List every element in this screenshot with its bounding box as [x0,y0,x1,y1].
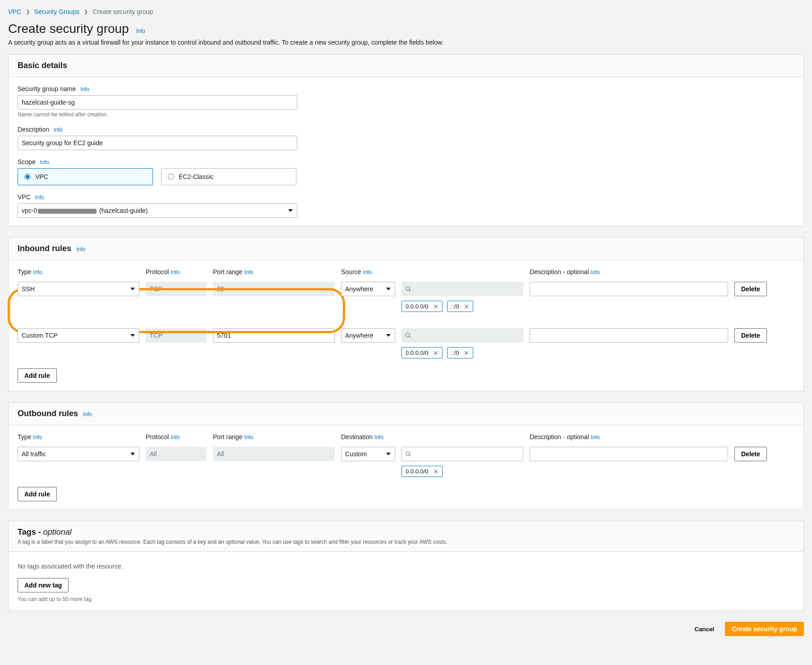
sg-desc-input[interactable] [18,136,297,150]
vpc-label: VPC Info [18,193,794,201]
col-source: SourceInfo [341,268,395,275]
sg-desc-info[interactable]: Info [54,127,63,133]
sg-desc-label: Description Info [18,126,794,133]
page-subtitle: A security group acts as a virtual firew… [8,39,804,46]
rule1-type-select[interactable]: SSH [18,282,139,296]
rule2-desc-input[interactable] [530,328,728,343]
close-icon[interactable] [464,304,469,309]
rule1-cidr-0: 0.0.0.0/0 [401,301,443,312]
rule1-port: 22 [213,282,335,296]
rule1-delete-button[interactable]: Delete [734,282,767,296]
rule2-source-search[interactable] [401,328,523,343]
orule1-protocol: All [146,447,207,461]
rule1-cidr-1: ::/0 [447,301,473,312]
page-title: Create security group Info [8,22,804,36]
vpc-select[interactable]: vpc-0 (hazelcast-guide) [18,203,297,218]
search-icon [405,451,411,457]
col-desc-info[interactable]: Info [591,269,600,275]
basic-details-panel: Basic details Security group name Info N… [8,54,804,226]
radio-icon [168,174,174,180]
search-icon [405,332,411,339]
rule1-desc-input[interactable] [530,282,728,296]
rule2-cidr-1: ::/0 [447,347,473,358]
svg-point-6 [406,333,410,337]
title-info-link[interactable]: Info [136,28,145,34]
rule2-source-select[interactable]: Anywhere [341,328,395,343]
chevron-right-icon: ❯ [84,9,88,15]
rule2-type-select[interactable]: Custom TCP [18,328,139,343]
col-desc: Description - optionalInfo [530,268,728,275]
basic-details-header: Basic details [9,55,803,77]
breadcrumb-security-groups[interactable]: Security Groups [34,8,79,15]
tags-hint: A tag is a label that you assign to an A… [18,539,794,545]
orule1-port: All [213,447,335,461]
close-icon[interactable] [464,350,469,356]
vpc-id-redacted [38,209,97,214]
orule1-delete-button[interactable]: Delete [734,447,767,461]
ocol-port: Port rangeInfo [213,433,335,440]
ocol-dest: DestinationInfo [341,433,395,440]
search-icon [405,286,411,292]
scope-vpc-label: VPC [35,173,48,180]
rule2-cidr-0: 0.0.0.0/0 [401,347,443,358]
rule1-source-select[interactable]: Anywhere [341,282,395,296]
cancel-button[interactable]: Cancel [688,622,721,636]
rule2-delete-button[interactable]: Delete [734,328,767,343]
scope-ec2classic-radio[interactable]: EC2-Classic [161,168,296,185]
col-protocol-info[interactable]: Info [171,269,180,275]
orule1-type-select[interactable]: All traffic [18,447,139,461]
scope-vpc-radio[interactable]: VPC [18,168,153,185]
chevron-right-icon: ❯ [26,9,30,15]
add-new-tag-button[interactable]: Add new tag [18,578,69,592]
sg-name-info[interactable]: Info [80,86,89,92]
sg-name-hint: Name cannot be edited after creation. [18,111,794,118]
col-port-info[interactable]: Info [244,269,253,275]
svg-line-7 [409,336,411,338]
col-protocol: ProtocolInfo [146,268,207,275]
outbound-add-rule-button[interactable]: Add rule [18,487,57,501]
tags-limit: You can add up to 50 more tag [18,596,794,602]
outbound-rules-panel: Outbound rules Info TypeInfo ProtocolInf… [8,402,804,510]
orule1-dest-search[interactable] [401,447,523,461]
vpc-select-value: vpc-0 (hazelcast-guide) [22,207,148,214]
breadcrumb: VPC ❯ Security Groups ❯ Create security … [8,8,804,15]
svg-line-1 [409,290,411,292]
inbound-add-rule-button[interactable]: Add rule [18,368,57,383]
tags-header: Tags - optional A tag is a label that yo… [9,521,803,552]
rule2-port-input[interactable] [213,328,335,343]
create-sg-button[interactable]: Create security group [725,622,804,636]
orule1-cidr-0: 0.0.0.0/0 [401,466,443,477]
close-icon[interactable] [433,469,438,474]
col-type-info[interactable]: Info [33,269,42,275]
svg-point-0 [406,287,410,290]
scope-label: Scope Info [18,158,794,165]
col-port: Port rangeInfo [213,268,335,275]
breadcrumb-vpc[interactable]: VPC [8,8,21,15]
radio-icon [24,174,31,180]
rule1-source-search[interactable] [401,282,523,296]
col-type: TypeInfo [18,268,139,275]
outbound-info[interactable]: Info [83,411,92,417]
rule1-protocol: TCP [146,282,207,296]
col-source-info[interactable]: Info [363,269,372,275]
scope-classic-label: EC2-Classic [179,173,213,180]
orule1-desc-input[interactable] [530,447,728,461]
rule2-protocol: TCP [146,328,207,343]
sg-name-input[interactable] [18,95,297,110]
outbound-rules-header: Outbound rules Info [9,403,803,425]
sg-name-label: Security group name Info [18,85,794,92]
scope-info[interactable]: Info [40,159,49,165]
vpc-info[interactable]: Info [35,194,44,201]
orule1-dest-select[interactable]: Custom [341,447,395,461]
svg-point-12 [406,452,410,455]
breadcrumb-current: Create security group [92,8,153,15]
ocol-protocol: ProtocolInfo [146,433,207,440]
inbound-info[interactable]: Info [76,246,85,252]
ocol-type: TypeInfo [18,433,139,440]
inbound-rules-header: Inbound rules Info [9,238,803,260]
svg-line-13 [409,455,411,457]
tags-empty-text: No tags associated with the resource. [18,563,794,570]
close-icon[interactable] [433,304,438,309]
tags-panel: Tags - optional A tag is a label that yo… [8,521,804,611]
close-icon[interactable] [433,350,438,356]
